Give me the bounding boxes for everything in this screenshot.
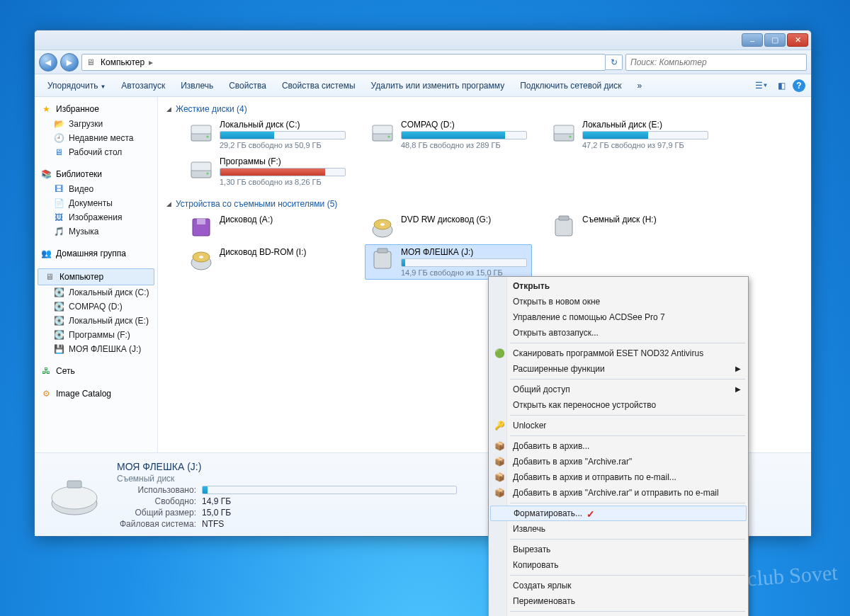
context-menu-separator (510, 539, 745, 540)
sidebar-drive-f[interactable]: 💽Программы (F:) (35, 328, 157, 342)
context-menu-item-label: Извлечь (513, 524, 545, 534)
context-menu-item[interactable]: 📦Добавить в архив... (490, 438, 747, 454)
breadcrumb-root[interactable]: Компьютер (101, 57, 144, 67)
sidebar-drive-e[interactable]: 💽Локальный диск (E:) (35, 314, 157, 328)
context-menu-item-label: Открыть как переносное устройство (513, 400, 656, 410)
homegroup-header[interactable]: 👥Домашняя группа (35, 246, 157, 261)
chevron-right-icon[interactable]: ▸ (149, 57, 153, 67)
collapse-icon: ◢ (166, 200, 171, 207)
context-menu-item[interactable]: 🟢Сканировать программой ESET NOD32 Antiv… (490, 346, 747, 361)
minimize-button[interactable]: – (742, 33, 763, 47)
context-menu-item-label: Добавить в архив "Archive.rar" (513, 457, 632, 467)
computer-header[interactable]: 🖥Компьютер (38, 268, 154, 285)
capacity-bar (401, 131, 527, 139)
image-catalog-header[interactable]: ⚙Image Catalog (35, 386, 157, 401)
drive-c[interactable]: Локальный диск (C:) 29,2 ГБ свободно из … (183, 117, 351, 152)
search-input[interactable] (630, 57, 802, 67)
music-icon: 🎵 (53, 226, 64, 237)
drive-label: Локальный диск (E:) (582, 120, 708, 130)
drive-label: МОЯ ФЛЕШКА (J:) (401, 247, 527, 257)
context-menu-item[interactable]: 📦Добавить в архив и отправить по e-mail.… (490, 469, 747, 485)
hdd-section-header[interactable]: ◢ Жесткие диски (4) (165, 100, 804, 117)
network-header[interactable]: 🖧Сеть (35, 363, 157, 379)
address-box[interactable]: 🖥 Компьютер ▸ (81, 54, 606, 71)
drive-d[interactable]: COMPAQ (D:) 48,8 ГБ свободно из 289 ГБ (365, 117, 532, 152)
sidebar-item-music[interactable]: 🎵Музыка (35, 224, 157, 239)
context-menu-item[interactable]: Вырезать (490, 542, 747, 557)
close-button[interactable]: ✕ (787, 33, 808, 47)
sidebar-item-pictures[interactable]: 🖼Изображения (35, 210, 157, 224)
context-menu-item-label: Расширенные функции (513, 364, 605, 374)
back-button[interactable]: ◄ (39, 53, 57, 72)
sidebar-item-downloads[interactable]: 📂Загрузки (35, 117, 157, 131)
context-menu-item[interactable]: 📦Добавить в архив "Archive.rar" (490, 454, 747, 469)
libraries-header[interactable]: 📚Библиотеки (35, 166, 157, 182)
sidebar-drive-d[interactable]: 💽COMPAQ (D:) (35, 300, 157, 314)
context-menu-item[interactable]: Копировать (490, 557, 747, 573)
context-menu-item[interactable]: Управление с помощью ACDSee Pro 7 (490, 309, 747, 325)
usb-icon: 💾 (53, 343, 64, 355)
sidebar-item-videos[interactable]: 🎞Видео (35, 182, 157, 196)
system-properties-button[interactable]: Свойства системы (275, 78, 363, 93)
folder-icon: 📂 (53, 118, 64, 130)
free-value: 14,9 ГБ (202, 496, 231, 506)
drive-a[interactable]: Дисковод (A:) (183, 212, 351, 243)
map-network-drive-button[interactable]: Подключить сетевой диск (513, 78, 628, 93)
submenu-arrow-icon: ▶ (735, 385, 741, 393)
drive-label: DVD RW дисковод (G:) (401, 215, 527, 224)
preview-pane-icon[interactable]: ◧ (773, 78, 790, 93)
context-menu-item[interactable]: Открыть автозапуск... (490, 325, 747, 341)
context-menu-separator (510, 611, 745, 612)
context-menu-item[interactable]: Открыть как переносное устройство (490, 397, 747, 413)
svg-rect-12 (67, 481, 81, 488)
properties-button[interactable]: Свойства (222, 78, 273, 93)
drive-h[interactable]: Съемный диск (H:) (546, 212, 713, 243)
context-menu-item[interactable]: 🔑Unlocker (490, 418, 747, 433)
sidebar-item-documents[interactable]: 📄Документы (35, 196, 157, 210)
hdd-icon (188, 156, 214, 182)
floppy-icon (188, 215, 214, 240)
context-menu-item[interactable]: Общий доступ▶ (490, 382, 747, 397)
context-menu-item-icon: 📦 (494, 487, 505, 498)
context-menu-item[interactable]: 📦Добавить в архив "Archive.rar" и отправ… (490, 485, 747, 501)
help-icon[interactable]: ? (793, 79, 805, 92)
context-menu-item[interactable]: Расширенные функции▶ (490, 361, 747, 377)
total-value: 15,0 ГБ (202, 508, 231, 518)
context-menu-item[interactable]: Открыть в новом окне (490, 294, 747, 309)
removable-section-header[interactable]: ◢ Устройства со съемными носителями (5) (165, 195, 804, 212)
sidebar-item-recent[interactable]: 🕘Недавние места (35, 131, 157, 145)
forward-button[interactable]: ► (60, 53, 79, 72)
used-label: Использовано: (117, 485, 196, 495)
organize-menu[interactable]: Упорядочить▼ (40, 78, 113, 93)
search-box[interactable] (625, 54, 807, 71)
context-menu-item[interactable]: Форматировать...✓ (490, 506, 747, 521)
drive-j[interactable]: МОЯ ФЛЕШКА (J:) 14,9 ГБ свободно из 15,0… (365, 244, 532, 280)
sidebar-drive-c[interactable]: 💽Локальный диск (C:) (35, 285, 157, 300)
hdd-icon (551, 120, 577, 145)
sidebar-drive-j[interactable]: 💾МОЯ ФЛЕШКА (J:) (35, 342, 157, 356)
context-menu-item[interactable]: Создать ярлык (490, 578, 747, 593)
context-menu-item[interactable]: Открыть (490, 278, 747, 294)
context-menu-item[interactable]: Извлечь (490, 521, 747, 537)
drive-label: Программы (F:) (220, 156, 346, 166)
drive-e[interactable]: Локальный диск (E:) 47,2 ГБ свободно из … (546, 117, 713, 152)
refresh-button[interactable]: ↻ (606, 55, 623, 70)
drive-i[interactable]: Дисковод BD-ROM (I:) (183, 244, 351, 280)
maximize-button[interactable]: ▢ (764, 33, 786, 47)
context-menu-item[interactable]: Переименовать (490, 593, 747, 609)
uninstall-program-button[interactable]: Удалить или изменить программу (364, 78, 512, 93)
toolbar-overflow[interactable]: » (630, 78, 650, 93)
context-menu-item-label: Добавить в архив... (513, 441, 589, 451)
drive-f[interactable]: Программы (F:) 1,30 ГБ свободно из 8,26 … (183, 154, 351, 189)
drive-label: Локальный диск (C:) (220, 120, 346, 130)
drive-freespace: 47,2 ГБ свободно из 97,9 ГБ (582, 141, 708, 149)
autorun-button[interactable]: Автозапуск (114, 78, 172, 93)
details-drive-icon (45, 465, 104, 525)
eject-button[interactable]: Извлечь (174, 78, 220, 93)
command-toolbar: Упорядочить▼ Автозапуск Извлечь Свойства… (35, 74, 811, 97)
sidebar-item-desktop[interactable]: 🖥Рабочий стол (35, 145, 157, 159)
drive-g[interactable]: DVD RW дисковод (G:) (365, 212, 532, 243)
view-options-icon[interactable]: ☰▼ (753, 78, 770, 93)
favorites-header[interactable]: ★Избранное (35, 101, 157, 117)
drive-icon: 💽 (53, 329, 64, 341)
